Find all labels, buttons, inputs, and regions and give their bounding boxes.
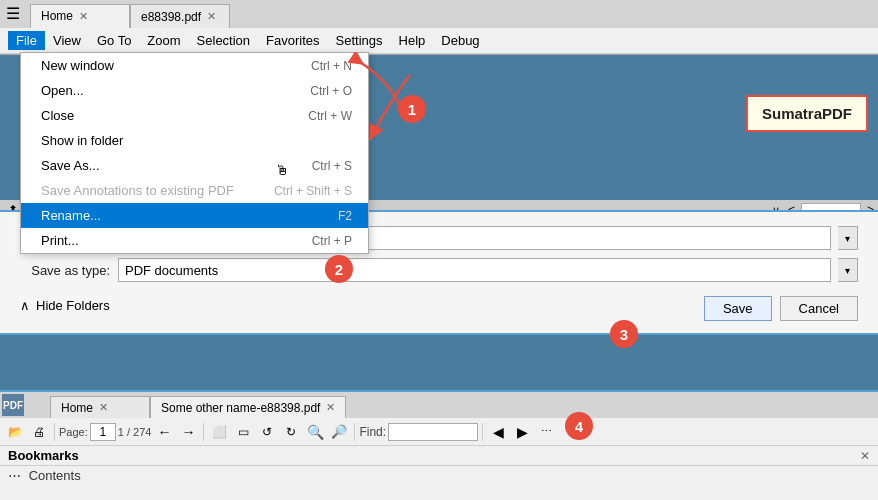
menu-settings[interactable]: Settings [328, 31, 391, 50]
cancel-button[interactable]: Cancel [780, 296, 858, 321]
menu-favorites[interactable]: Favorites [258, 31, 327, 50]
dialog-buttons: Save Cancel [704, 296, 858, 321]
toolbar-divider-3 [354, 423, 355, 441]
menu-print[interactable]: Print... Ctrl + P [21, 228, 368, 253]
page-label: Page: [59, 426, 88, 438]
open-folder-btn[interactable]: 📂 [4, 421, 26, 443]
menu-debug[interactable]: Debug [433, 31, 487, 50]
find-label: Find: [359, 425, 386, 439]
menu-zoom[interactable]: Zoom [139, 31, 188, 50]
rotate2-btn[interactable]: ↻ [280, 421, 302, 443]
hide-folders-toggle[interactable]: ∧ Hide Folders [20, 298, 110, 313]
tab-pdf[interactable]: e88398.pdf ✕ [130, 4, 230, 28]
menu-help[interactable]: Help [391, 31, 434, 50]
toolbar-divider-1 [54, 423, 55, 441]
bookmarks-content: ⋯ Contents [0, 466, 878, 483]
annotation-2: 2 [325, 255, 353, 283]
menu-open[interactable]: Open... Ctrl + O [21, 78, 368, 103]
saveas-input[interactable] [118, 258, 831, 282]
menu-view[interactable]: View [45, 31, 89, 50]
file-dropdown: New window Ctrl + N Open... Ctrl + O Clo… [20, 52, 369, 254]
prev-page-btn[interactable]: ← [153, 421, 175, 443]
menu-save-as[interactable]: Save As... Ctrl + S [21, 153, 368, 178]
menu-goto[interactable]: Go To [89, 31, 139, 50]
bookmarks-title: Bookmarks [8, 448, 79, 463]
sumatra-label: SumatraPDF [746, 95, 868, 132]
bottom-home-close[interactable]: ✕ [99, 401, 108, 414]
find-input[interactable] [388, 423, 478, 441]
bottom-toolbar: 📂 🖨 Page: 1 / 274 ← → ⬜ ▭ ↺ ↻ 🔍 🔎 Find: … [0, 418, 878, 446]
toolbar-divider-2 [203, 423, 204, 441]
toolbar-divider-4 [482, 423, 483, 441]
menu-file[interactable]: File [8, 31, 45, 50]
annotation-4: 4 [565, 412, 593, 440]
annotation-1: 1 [398, 95, 426, 123]
nav-back-btn[interactable]: ◀ [487, 421, 509, 443]
bookmarks-close[interactable]: ✕ [860, 449, 870, 463]
bottom-pdf-icon[interactable]: PDF [2, 394, 24, 416]
bottom-section: PDF Home ✕ Some other name-e88398.pdf ✕ … [0, 390, 878, 500]
fit-width-btn[interactable]: ▭ [232, 421, 254, 443]
menu-close[interactable]: Close Ctrl + W [21, 103, 368, 128]
bottom-tab-bar: PDF Home ✕ Some other name-e88398.pdf ✕ [0, 392, 878, 418]
pdf-tab-close[interactable]: ✕ [207, 10, 216, 23]
bottom-tab-pdf[interactable]: Some other name-e88398.pdf ✕ [150, 396, 346, 418]
print-btn[interactable]: 🖨 [28, 421, 50, 443]
menu-new-window[interactable]: New window Ctrl + N [21, 53, 368, 78]
bottom-pdf-close[interactable]: ✕ [326, 401, 335, 414]
rotate-btn[interactable]: ↺ [256, 421, 278, 443]
menu-selection[interactable]: Selection [189, 31, 258, 50]
bookmarks-header: Bookmarks ✕ [0, 446, 878, 466]
zoom-in-btn[interactable]: 🔎 [328, 421, 350, 443]
page-input[interactable] [90, 423, 116, 441]
bookmarks-item[interactable]: Contents [29, 468, 81, 483]
filename-dropdown-arrow[interactable]: ▾ [838, 226, 858, 250]
saveas-dropdown-arrow[interactable]: ▾ [838, 258, 858, 282]
dialog-footer: ∧ Hide Folders Save Cancel [20, 290, 858, 321]
fit-page-btn[interactable]: ⬜ [208, 421, 230, 443]
more-btn[interactable]: ⋯ [535, 421, 557, 443]
menu-show-folder[interactable]: Show in folder [21, 128, 368, 153]
zoom-out-btn[interactable]: 🔍 [304, 421, 326, 443]
tab-home[interactable]: Home ✕ [30, 4, 130, 28]
menu-rename[interactable]: Rename... F2 [21, 203, 368, 228]
next-page-btn[interactable]: → [177, 421, 199, 443]
pdf-tab-label: e88398.pdf [141, 10, 201, 24]
page-total: 1 / 274 [118, 426, 152, 438]
saveas-row: Save as type: ▾ [20, 258, 858, 282]
home-tab-close[interactable]: ✕ [79, 10, 88, 23]
menu-save-annotations: Save Annotations to existing PDF Ctrl + … [21, 178, 368, 203]
bottom-tab-home[interactable]: Home ✕ [50, 396, 150, 418]
saveas-label: Save as type: [20, 263, 110, 278]
annotation-3: 3 [610, 320, 638, 348]
menu-bar: File View Go To Zoom Selection Favorites… [0, 28, 878, 54]
nav-forward-btn[interactable]: ▶ [511, 421, 533, 443]
save-button[interactable]: Save [704, 296, 772, 321]
hamburger-icon[interactable]: ☰ [2, 2, 24, 24]
home-tab-label: Home [41, 9, 73, 23]
